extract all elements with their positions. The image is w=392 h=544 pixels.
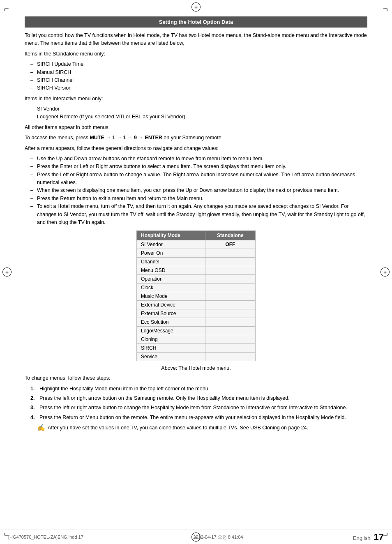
list-item: Manual SIRCH (37, 69, 367, 76)
list-item: SIRCH Channel (37, 76, 367, 84)
hotel-mode-table: Hospitality Mode Standalone SI Vendor OF… (136, 231, 256, 361)
table-caption: Above: The Hotel mode menu. (25, 365, 367, 371)
list-item: To exit a Hotel mode menu, turn off the … (37, 203, 367, 226)
directions-label: After a menu appears, follow these gener… (25, 145, 367, 152)
row-value (205, 318, 255, 327)
row-label: SI Vendor (137, 240, 205, 249)
step-text: Press the left or right arrow button on … (39, 395, 290, 401)
row-value (205, 275, 255, 284)
compass-left (2, 267, 12, 277)
row-label: Power On (137, 249, 205, 258)
row-value (205, 258, 255, 266)
row-label: Eco Solution (137, 318, 205, 327)
section-title: Setting the Hotel Option Data (25, 16, 367, 28)
standalone-list: SIRCH Update Time Manual SIRCH SIRCH Cha… (25, 60, 367, 92)
row-label: Operation (137, 275, 205, 284)
footer-file: [HG470570_HOTEL-ZA]ENG.indd 17 (8, 535, 83, 539)
row-value (205, 353, 255, 361)
table-row: Service (137, 353, 256, 361)
row-value: OFF (205, 240, 255, 249)
list-item: Press the Enter or Left or Right arrow b… (37, 163, 367, 171)
table-row: Clock (137, 284, 256, 292)
list-item: Press the Left or Right arrow button to … (37, 171, 367, 187)
row-label: Service (137, 353, 205, 361)
table-row: External Device (137, 301, 256, 309)
row-value (205, 249, 255, 258)
page-number-area: English 17 (353, 532, 384, 542)
table-row: Logo/Message (137, 327, 256, 335)
corner-mark-tl: ⌐ (4, 4, 9, 14)
col-standalone-header: Standalone (205, 231, 255, 240)
steps-intro: To change menus, follow these steps: (25, 374, 367, 382)
step-text: Highlight the Hospitality Mode menu item… (39, 386, 210, 392)
step-text: Press the left or right arrow button to … (39, 405, 347, 410)
col-hospitality-header: Hospitality Mode (137, 231, 205, 240)
table-row: Operation (137, 275, 256, 284)
steps-list: 1.Highlight the Hospitality Mode menu it… (25, 385, 367, 422)
interactive-label: Items in the Interactive menu only: (25, 95, 367, 103)
list-item: SI Vendor (37, 105, 367, 113)
step-number: 4. (30, 414, 35, 422)
row-value (205, 327, 255, 335)
list-item: SIRCH Update Time (37, 60, 367, 68)
row-value (205, 301, 255, 309)
list-item: Lodgenet Remote (If you selected MTI or … (37, 113, 367, 121)
table-row: Eco Solution (137, 318, 256, 327)
access-instruction: To access the menus, press MUTE → 1 → 1 … (25, 134, 367, 142)
table-row: External Source (137, 309, 256, 318)
standalone-label: Items in the Standalone menu only: (25, 50, 367, 58)
row-label: Clock (137, 284, 205, 292)
list-item: When the screen is displaying one menu i… (37, 187, 367, 194)
compass-right (380, 267, 390, 277)
step-text: Press the Return or Menu button on the r… (39, 415, 346, 420)
row-value (205, 284, 255, 292)
corner-mark-tr: ⌐ (383, 4, 388, 14)
row-label: External Source (137, 309, 205, 318)
list-item: SIRCH Version (37, 84, 367, 92)
note-icon: ✍ (37, 424, 45, 431)
list-item: Press the Return button to exit a menu i… (37, 195, 367, 203)
intro-para1: To let you control how the TV functions … (25, 32, 367, 48)
row-label: Music Mode (137, 292, 205, 301)
step-item: 1.Highlight the Hospitality Mode menu it… (33, 385, 367, 393)
row-value (205, 309, 255, 318)
both-label: All other items appear in both menus. (25, 124, 367, 131)
footer-date: 2012-04-17 오전 8:41:04 (193, 534, 243, 540)
step-item: 2.Press the left or right arrow button o… (33, 394, 367, 402)
row-label: Cloning (137, 335, 205, 344)
step-item: 3.Press the left or right arrow button t… (33, 404, 367, 412)
note-text: After you have set the values in one TV,… (48, 424, 308, 432)
table-row: Power On (137, 249, 256, 258)
row-value (205, 344, 255, 353)
row-value (205, 292, 255, 301)
note-line: ✍ After you have set the values in one T… (25, 424, 367, 432)
table-row: Music Mode (137, 292, 256, 301)
list-item: Use the Up and Down arrow buttons on the… (37, 155, 367, 163)
step-number: 1. (30, 385, 35, 393)
table-row: Menu OSD (137, 266, 256, 275)
page-container: ⌐ ⌐ ⌐ ⌐ Setting the Hotel Option Data To… (0, 0, 392, 544)
access-prefix: To access the menus, press (25, 135, 90, 141)
row-label: Menu OSD (137, 266, 205, 275)
access-suffix: on your Samsung remote. (162, 135, 223, 141)
step-number: 3. (30, 404, 35, 412)
row-value (205, 266, 255, 275)
row-label: Channel (137, 258, 205, 266)
row-value (205, 335, 255, 344)
page-lang: English (353, 535, 371, 541)
table-row: Channel (137, 258, 256, 266)
row-label: External Device (137, 301, 205, 309)
row-label: SIRCH (137, 344, 205, 353)
step-item: 4.Press the Return or Menu button on the… (33, 414, 367, 422)
table-row: Cloning (137, 335, 256, 344)
directions-list: Use the Up and Down arrow buttons on the… (25, 155, 367, 226)
compass-top (191, 2, 201, 12)
interactive-list: SI Vendor Lodgenet Remote (If you select… (25, 105, 367, 121)
bottom-bar: [HG470570_HOTEL-ZA]ENG.indd 17 2012-04-1… (0, 530, 392, 544)
table-row: SIRCH (137, 344, 256, 353)
page-number: 17 (374, 532, 384, 542)
table-row: SI Vendor OFF (137, 240, 256, 249)
mute-sequence: MUTE → 1 → 1 → 9 → ENTER (90, 135, 162, 141)
row-label: Logo/Message (137, 327, 205, 335)
step-number: 2. (30, 394, 35, 402)
